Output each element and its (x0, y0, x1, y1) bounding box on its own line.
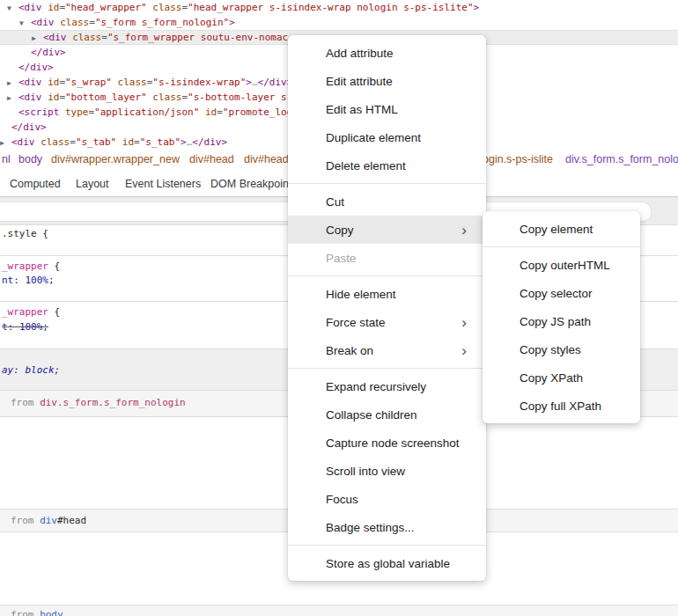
submenu-item-copy-outerhtml[interactable]: Copy outerHTML (483, 251, 640, 279)
menu-item-store-as-global-variable[interactable]: Store as global variable (288, 549, 486, 577)
menu-item-focus[interactable]: Focus (288, 485, 486, 513)
user-agent-declaration[interactable]: ay: block; (2, 364, 60, 377)
code-token: "s_form_wrapper soutu-env-nomac (107, 32, 288, 43)
code-token: id (48, 2, 59, 13)
code-token: = (59, 77, 65, 88)
dom-node-code[interactable]: <script type="application/json" id="prom… (18, 106, 292, 118)
code-token: <div (43, 32, 72, 43)
dom-node-code[interactable]: </div> (31, 47, 66, 58)
tab-layout[interactable]: Layout (76, 178, 109, 190)
code-token: class (41, 136, 70, 148)
breadcrumb-item[interactable]: body (18, 153, 42, 165)
twisty-open-icon[interactable]: ▼ (7, 1, 18, 16)
twisty-closed-icon[interactable]: ▶ (32, 31, 43, 46)
menu-separator (288, 368, 486, 369)
code-token: = (217, 106, 223, 118)
menu-item-cut[interactable]: Cut (288, 187, 486, 216)
code-token: t (2, 321, 8, 333)
code-token: > (181, 136, 187, 148)
css-declaration[interactable]: nt: 100%; (2, 275, 55, 287)
menu-item-scroll-into-view[interactable]: Scroll into view (288, 457, 486, 485)
code-token: "application/json" (94, 106, 199, 118)
menu-item-collapse-children[interactable]: Collapse children (288, 400, 486, 429)
dom-node-code[interactable]: <div class="s_tab" id="s_tab">…</div> (11, 136, 227, 148)
code-token: "head_wrapper s-isindex-wrap nologin s-p… (188, 2, 474, 13)
menu-item-label: Copy XPath (520, 371, 583, 385)
menu-item-label: Paste (326, 252, 357, 265)
twisty-closed-icon[interactable]: ▶ (7, 76, 18, 91)
dom-node-code[interactable]: <div id="head_wrapper" class="head_wrapp… (18, 2, 479, 13)
code-token: <script (18, 106, 65, 118)
menu-item-expand-recursively[interactable]: Expand recursively (288, 372, 486, 400)
css-rule-selector[interactable]: _wrapper { (2, 260, 60, 273)
code-token: block; (26, 364, 61, 376)
submenu-item-copy-js-path[interactable]: Copy JS path (483, 307, 640, 335)
inherited-from-link[interactable]: from div.s_form.s_form_nologin (11, 397, 186, 409)
css-declaration-overridden[interactable]: t: 100%; (2, 321, 48, 334)
code-token: = (89, 17, 95, 28)
dom-node-code[interactable]: <div id="bottom_layer" class="s-bottom-l… (18, 92, 292, 103)
menu-item-edit-as-html[interactable]: Edit as HTML (288, 95, 486, 123)
twisty-closed-icon[interactable]: ▶ (7, 91, 18, 106)
breadcrumb-item[interactable]: nl (2, 153, 11, 165)
tab-computed[interactable]: Computed (10, 178, 61, 190)
breadcrumb-item[interactable]: div#head (189, 153, 234, 165)
breadcrumb-item[interactable]: div#head (244, 153, 289, 165)
breadcrumb-item-selected[interactable]: div.s_form.s_form_nolog (565, 153, 678, 165)
menu-item-label: Edit as HTML (326, 103, 398, 116)
submenu-item-copy-styles[interactable]: Copy styles (483, 335, 640, 363)
dom-node-code[interactable]: </div> (11, 121, 47, 133)
menu-item-delete-element[interactable]: Delete element (288, 151, 486, 180)
css-rule-selector[interactable]: _wrapper { (2, 306, 60, 319)
code-token: 100%; (26, 275, 55, 286)
menu-item-add-attribute[interactable]: Add attribute (288, 39, 486, 67)
twisty-open-icon[interactable]: ▼ (19, 16, 31, 31)
dom-node-code[interactable]: <div class="s_form s_form_nologin"> (31, 17, 235, 28)
breadcrumb-item[interactable]: ogin.s-ps-islite (483, 153, 553, 165)
submenu-item-copy-full-xpath[interactable]: Copy full XPath (483, 392, 640, 420)
code-token: .style { (2, 228, 48, 239)
inherited-from-header-band (0, 605, 678, 616)
submenu-item-copy-selector[interactable]: Copy selector (483, 279, 640, 307)
menu-item-label: Duplicate element (326, 131, 421, 144)
code-token: from (11, 515, 40, 526)
menu-item-hide-element[interactable]: Hide element (288, 280, 486, 308)
menu-item-force-state[interactable]: Force state› (288, 308, 486, 336)
menu-item-label: Edit attribute (326, 75, 393, 88)
code-token: = (59, 2, 65, 13)
twisty-closed-icon[interactable]: ▶ (0, 136, 11, 149)
code-token: nt (2, 275, 13, 286)
submenu-item-copy-xpath[interactable]: Copy XPath (483, 363, 640, 392)
menu-item-badge-settings[interactable]: Badge settings... (288, 513, 486, 541)
dom-node-code[interactable]: <div id="s_wrap" class="s-isindex-wrap">… (18, 77, 292, 88)
code-token (116, 136, 122, 148)
menu-item-copy[interactable]: Copy› (288, 216, 486, 244)
tab-event-listeners[interactable]: Event Listeners (125, 178, 201, 190)
menu-item-break-on[interactable]: Break on› (288, 336, 486, 364)
code-token: … (252, 77, 258, 88)
element-style-rule[interactable]: .style { (2, 228, 48, 240)
submenu-item-copy-element[interactable]: Copy element (483, 215, 640, 243)
menu-item-duplicate-element[interactable]: Duplicate element (288, 123, 486, 151)
dom-node-code[interactable]: <div class="s_form_wrapper soutu-env-nom… (43, 32, 288, 43)
dom-tree-node[interactable]: ▼<div class="s_form s_form_nologin"> (0, 15, 678, 30)
element-context-menu: Add attribute Edit attribute Edit as HTM… (288, 35, 486, 581)
menu-separator (288, 275, 486, 276)
code-token: "s_tab" (76, 136, 116, 148)
dom-tree-node[interactable]: ▼<div id="head_wrapper" class="head_wrap… (0, 0, 678, 15)
code-token: id (48, 92, 59, 103)
code-token: <div (31, 17, 60, 28)
dom-node-code[interactable]: </div> (18, 62, 54, 73)
code-token: "s-isindex-wrap" (152, 77, 246, 88)
inherited-from-link[interactable]: from div#head (11, 515, 86, 527)
code-token: "s_wrap" (65, 77, 112, 88)
code-token: id (205, 106, 217, 118)
breadcrumb-item[interactable]: div#wrapper.wrapper_new (51, 153, 180, 165)
inherited-from-link[interactable]: from body (11, 609, 63, 616)
tab-dom-breakpoints[interactable]: DOM Breakpoints (210, 178, 298, 190)
code-token: from (11, 609, 40, 616)
styles-section-separator (0, 605, 678, 605)
code-token: <div (18, 77, 48, 88)
menu-item-capture-node-screenshot[interactable]: Capture node screenshot (288, 429, 486, 457)
menu-item-edit-attribute[interactable]: Edit attribute (288, 67, 486, 95)
